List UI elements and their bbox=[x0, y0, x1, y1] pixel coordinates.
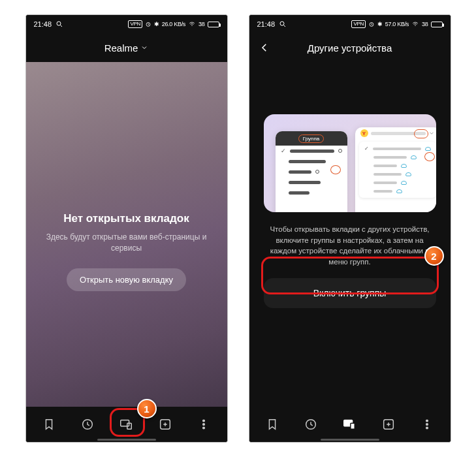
devices-button[interactable] bbox=[113, 411, 139, 437]
svg-point-18 bbox=[426, 424, 428, 426]
bookmark-icon bbox=[265, 417, 279, 432]
svg-point-19 bbox=[426, 427, 428, 429]
empty-title: Нет открытых вкладок bbox=[46, 212, 208, 225]
wifi-icon bbox=[411, 21, 419, 27]
device-name[interactable]: Realme bbox=[104, 42, 138, 54]
step-badge-2: 2 bbox=[424, 246, 444, 266]
bookmarks-button[interactable] bbox=[36, 411, 62, 437]
svg-point-10 bbox=[280, 22, 284, 25]
illus-group-pill: Группа bbox=[298, 134, 324, 143]
svg-rect-15 bbox=[351, 423, 355, 429]
tabs-screen-body: Нет открытых вкладок Здесь будут открыты… bbox=[26, 62, 227, 407]
svg-point-9 bbox=[202, 427, 204, 429]
help-text: Чтобы открывать вкладки с других устройс… bbox=[268, 224, 432, 268]
devices-icon bbox=[118, 417, 134, 432]
search-icon bbox=[56, 20, 63, 28]
wifi-icon bbox=[188, 21, 196, 27]
vpn-badge: VPN bbox=[351, 20, 366, 28]
illus-tablet-mock: Y ✓ bbox=[355, 127, 436, 212]
bottom-nav bbox=[249, 407, 451, 442]
bluetooth-icon: ✱ bbox=[377, 21, 383, 27]
alarm-icon bbox=[145, 21, 151, 27]
svg-line-11 bbox=[284, 25, 286, 27]
more-vertical-icon bbox=[420, 417, 434, 432]
status-bar: 21:48 VPN ✱ 57.0 KB/s 38 bbox=[249, 15, 451, 33]
new-tab-button[interactable] bbox=[152, 411, 178, 437]
open-new-tab-button[interactable]: Открыть новую вкладку bbox=[67, 268, 186, 291]
devices-icon bbox=[341, 417, 357, 432]
alarm-icon bbox=[368, 21, 375, 27]
net-speed: 57.0 KB/s bbox=[385, 21, 409, 27]
devices-button[interactable] bbox=[336, 411, 362, 437]
bottom-nav bbox=[26, 407, 227, 442]
home-indicator bbox=[321, 439, 379, 441]
clock-icon bbox=[304, 417, 318, 432]
empty-state: Нет открытых вкладок Здесь будут открыты… bbox=[26, 212, 227, 291]
chevron-down-icon[interactable] bbox=[140, 44, 148, 52]
home-indicator bbox=[97, 439, 156, 441]
svg-point-0 bbox=[57, 22, 61, 25]
empty-subtitle: Здесь будут открытые вами веб-страницы и… bbox=[46, 232, 208, 254]
more-button[interactable] bbox=[191, 411, 217, 437]
bookmarks-button[interactable] bbox=[259, 411, 285, 437]
app-header: Realme bbox=[26, 33, 227, 62]
back-button[interactable] bbox=[259, 42, 270, 54]
svg-point-8 bbox=[202, 424, 204, 426]
svg-point-17 bbox=[426, 420, 428, 422]
history-button[interactable] bbox=[74, 411, 101, 437]
plus-box-icon bbox=[381, 417, 396, 432]
page-title: Другие устройства bbox=[308, 42, 392, 54]
illus-phone-mock: Группа ✓ bbox=[276, 131, 347, 212]
vpn-badge: VPN bbox=[128, 20, 142, 28]
phone-screen-2: 21:48 VPN ✱ 57.0 KB/s 38 Другие устройст… bbox=[249, 14, 451, 443]
bluetooth-icon: ✱ bbox=[154, 21, 159, 27]
app-header: Другие устройства bbox=[249, 33, 451, 62]
new-tab-button[interactable] bbox=[375, 411, 402, 437]
svg-point-7 bbox=[202, 420, 204, 422]
clock-icon bbox=[80, 417, 95, 432]
status-bar: 21:48 VPN ✱ 26.0 KB/s 38 bbox=[26, 15, 227, 33]
status-time: 21:48 bbox=[34, 20, 52, 28]
other-devices-body: Группа ✓ Y bbox=[249, 62, 451, 407]
search-icon bbox=[279, 20, 287, 28]
step-badge-1: 1 bbox=[137, 399, 157, 418]
battery-pct: 38 bbox=[198, 21, 204, 27]
svg-line-1 bbox=[61, 25, 63, 27]
more-button[interactable] bbox=[414, 411, 440, 437]
status-time: 21:48 bbox=[257, 20, 276, 28]
more-vertical-icon bbox=[197, 417, 211, 432]
net-speed: 26.0 KB/s bbox=[162, 21, 185, 27]
battery-pct: 38 bbox=[422, 21, 428, 27]
battery-icon bbox=[208, 22, 219, 27]
history-button[interactable] bbox=[298, 411, 324, 437]
illustration: Группа ✓ Y bbox=[264, 114, 436, 212]
bookmark-icon bbox=[42, 417, 56, 432]
battery-icon bbox=[431, 22, 443, 27]
phone-screen-1: 21:48 VPN ✱ 26.0 KB/s 38 Realme Нет откр… bbox=[25, 14, 228, 443]
plus-box-icon bbox=[158, 417, 172, 432]
enable-groups-button[interactable]: Включить группы bbox=[264, 278, 436, 308]
